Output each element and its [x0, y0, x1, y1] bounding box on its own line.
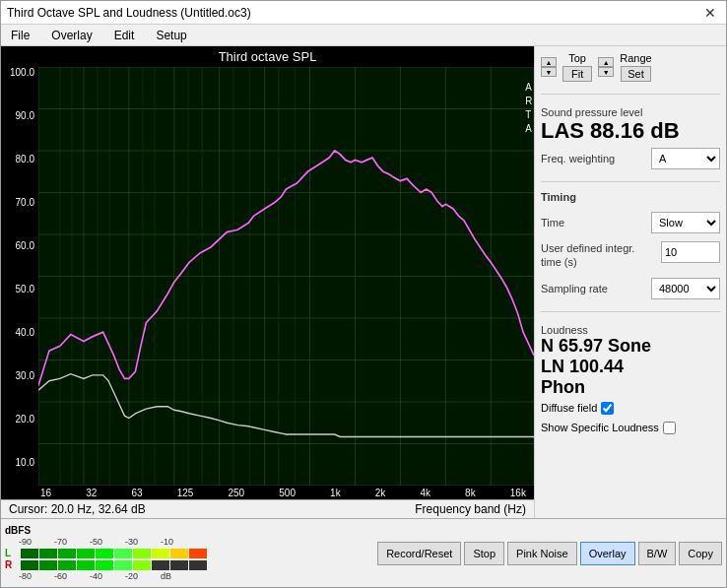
title-bar: Third Octave SPL and Loudness (Untitled.…	[1, 1, 726, 25]
r-cell-10	[189, 560, 207, 570]
l-cell-2	[39, 549, 57, 558]
r-meter-cells	[21, 560, 207, 570]
spl-section: Sound pressure level LAS 88.16 dB	[541, 106, 720, 144]
y-tick-40: 40.0	[16, 327, 34, 338]
sampling-rate-select[interactable]: 44100 48000 96000	[651, 278, 720, 299]
menu-edit[interactable]: Edit	[108, 27, 141, 44]
top-spin-down[interactable]: ▼	[541, 67, 557, 77]
range-spin-up[interactable]: ▲	[598, 57, 614, 67]
loudness-label: Loudness	[541, 324, 720, 336]
pink-noise-button[interactable]: Pink Noise	[507, 542, 577, 565]
user-defined-input[interactable]	[661, 241, 720, 263]
range-spin-down[interactable]: ▼	[598, 67, 614, 77]
menu-bar: File Overlay Edit Setup	[1, 25, 726, 46]
r-label: R	[5, 559, 19, 570]
tick-b-minus80: -80	[19, 571, 54, 581]
tick-row-top: -90 -70 -50 -30 -10	[19, 537, 207, 547]
l-cell-1	[21, 549, 38, 558]
bottom-buttons: Record/Reset Stop Pink Noise Overlay B/W…	[377, 542, 722, 565]
l-meter-cells	[21, 549, 207, 558]
l-cell-3	[58, 549, 76, 558]
record-reset-button[interactable]: Record/Reset	[377, 542, 461, 565]
r-cell-8	[152, 560, 169, 570]
x-tick-500: 500	[279, 488, 296, 498]
svg-text:A: A	[525, 81, 532, 92]
r-cell-1	[21, 560, 38, 570]
show-specific-loudness-checkbox[interactable]	[663, 422, 676, 434]
time-label: Time	[541, 217, 564, 229]
menu-overlay[interactable]: Overlay	[45, 27, 98, 44]
copy-button[interactable]: Copy	[679, 542, 722, 565]
x-tick-1k: 1k	[330, 488, 341, 498]
main-area: Third octave SPL 100.0 90.0 80.0 70.0 60…	[1, 46, 726, 518]
r-cell-5	[96, 560, 113, 570]
l-cell-4	[77, 549, 95, 558]
overlay-button[interactable]: Overlay	[580, 542, 635, 565]
x-tick-125: 125	[177, 488, 194, 498]
cursor-info-bar: Cursor: 20.0 Hz, 32.64 dB Frequency band…	[1, 499, 534, 518]
close-button[interactable]: ✕	[700, 5, 720, 21]
x-tick-2k: 2k	[375, 488, 386, 498]
spl-section-label: Sound pressure level	[541, 106, 720, 118]
x-tick-16k: 16k	[510, 488, 526, 498]
dbfs-label: dBFS	[5, 525, 203, 536]
chart-area: Third octave SPL 100.0 90.0 80.0 70.0 60…	[1, 46, 534, 518]
user-defined-row: User defined integr. time (s)	[541, 241, 720, 270]
fit-button[interactable]: Fit	[562, 66, 592, 82]
l-cell-6	[114, 549, 132, 558]
top-label: Top	[562, 52, 592, 64]
r-cell-9	[170, 560, 188, 570]
diffuse-field-checkbox[interactable]	[601, 402, 614, 415]
timing-label: Timing	[541, 191, 576, 203]
svg-text:R: R	[525, 95, 532, 105]
freq-weighting-select[interactable]: A B C Z	[651, 148, 720, 169]
top-spin-up[interactable]: ▲	[541, 57, 557, 67]
tick-b-minus20: -20	[125, 571, 161, 581]
menu-file[interactable]: File	[5, 27, 35, 44]
time-row: Time Slow Fast	[541, 212, 720, 233]
tick-minus50: -50	[90, 537, 125, 547]
x-tick-63: 63	[131, 488, 142, 498]
y-tick-30: 30.0	[16, 370, 34, 381]
set-button[interactable]: Set	[621, 66, 651, 82]
y-tick-10: 10.0	[16, 457, 34, 468]
time-select[interactable]: Slow Fast	[651, 212, 720, 233]
diffuse-field-row: Diffuse field	[541, 402, 720, 415]
chart-canvas: A R T A	[38, 67, 534, 486]
loudness-n-value: N 65.97 Sone	[541, 336, 720, 357]
bw-button[interactable]: B/W	[638, 542, 677, 565]
meter-ticks-top: -90 -70 -50 -30 -10	[19, 537, 196, 547]
menu-setup[interactable]: Setup	[150, 27, 192, 44]
svg-text:A: A	[525, 123, 532, 134]
chart-title: Third octave SPL	[1, 46, 534, 67]
x-tick-8k: 8k	[465, 488, 476, 498]
spl-value: LAS 88.16 dB	[541, 118, 720, 144]
l-channel-row: L	[5, 548, 207, 558]
dbfs-area: dBFS -90 -70 -50 -30 -10 L	[5, 525, 207, 581]
x-tick-4k: 4k	[420, 488, 430, 498]
r-cell-3	[58, 560, 76, 570]
y-tick-60: 60.0	[16, 240, 34, 251]
l-label: L	[5, 548, 19, 558]
loudness-section: Loudness N 65.97 Sone LN 100.44 Phon	[541, 324, 720, 398]
tick-b-minus60: -60	[54, 571, 90, 581]
sampling-rate-row: Sampling rate 44100 48000 96000	[541, 278, 720, 299]
svg-text:T: T	[525, 109, 532, 120]
r-cell-2	[39, 560, 57, 570]
x-tick-32: 32	[86, 488, 97, 498]
range-group: Range Set	[620, 52, 651, 82]
right-panel: ▲ ▼ Top Fit ▲ ▼ Range Set Sou	[534, 46, 726, 518]
range-label: Range	[620, 52, 651, 64]
bottom-bar: dBFS -90 -70 -50 -30 -10 L	[1, 518, 726, 587]
stop-button[interactable]: Stop	[464, 542, 504, 565]
tick-minus90: -90	[19, 537, 54, 547]
r-cell-6	[114, 560, 132, 570]
user-defined-label: User defined integr. time (s)	[541, 241, 639, 270]
y-axis: 100.0 90.0 80.0 70.0 60.0 50.0 40.0 30.0…	[1, 67, 38, 486]
show-specific-loudness-row: Show Specific Loudness	[541, 422, 720, 434]
main-window: Third Octave SPL and Loudness (Untitled.…	[0, 0, 727, 588]
tick-minus70: -70	[54, 537, 90, 547]
top-controls: ▲ ▼ Top Fit ▲ ▼ Range Set	[541, 52, 720, 82]
show-specific-loudness-label: Show Specific Loudness	[541, 422, 659, 433]
freq-band-label: Frequency band (Hz)	[415, 502, 526, 516]
